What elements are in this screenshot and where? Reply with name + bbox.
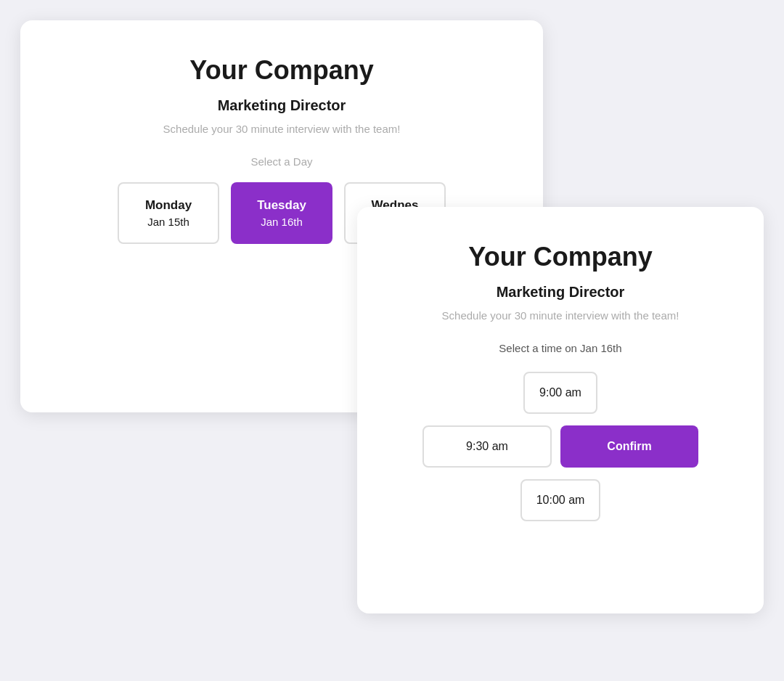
select-time-label: Select a time on Jan 16th	[386, 342, 735, 354]
back-company-title: Your Company	[49, 55, 514, 86]
front-subtitle: Schedule your 30 minute interview with t…	[386, 309, 735, 322]
time-btn-1000[interactable]: 10:00 am	[520, 479, 601, 521]
time-slots: 9:00 am 9:30 am Confirm 10:00 am	[386, 372, 735, 521]
day-tuesday[interactable]: Tuesday Jan 16th	[231, 182, 332, 244]
time-slot-930-row: 9:30 am Confirm	[422, 425, 698, 468]
select-day-label: Select a Day	[49, 155, 514, 168]
confirm-button[interactable]: Confirm	[560, 425, 698, 468]
day-monday[interactable]: Monday Jan 15th	[118, 182, 219, 244]
time-slot-900: 9:00 am	[422, 372, 698, 414]
back-subtitle: Schedule your 30 minute interview with t…	[49, 123, 514, 135]
time-btn-900[interactable]: 9:00 am	[523, 372, 597, 414]
day-tuesday-name: Tuesday	[253, 198, 311, 213]
time-selection-card: Your Company Marketing Director Schedule…	[357, 207, 764, 613]
day-monday-date: Jan 15th	[139, 216, 197, 228]
front-job-title: Marketing Director	[386, 284, 735, 301]
back-job-title: Marketing Director	[49, 97, 514, 114]
front-company-title: Your Company	[386, 242, 735, 272]
day-monday-name: Monday	[139, 198, 197, 213]
time-slot-1000: 10:00 am	[422, 479, 698, 521]
time-btn-930[interactable]: 9:30 am	[422, 425, 552, 468]
day-tuesday-date: Jan 16th	[253, 216, 311, 228]
